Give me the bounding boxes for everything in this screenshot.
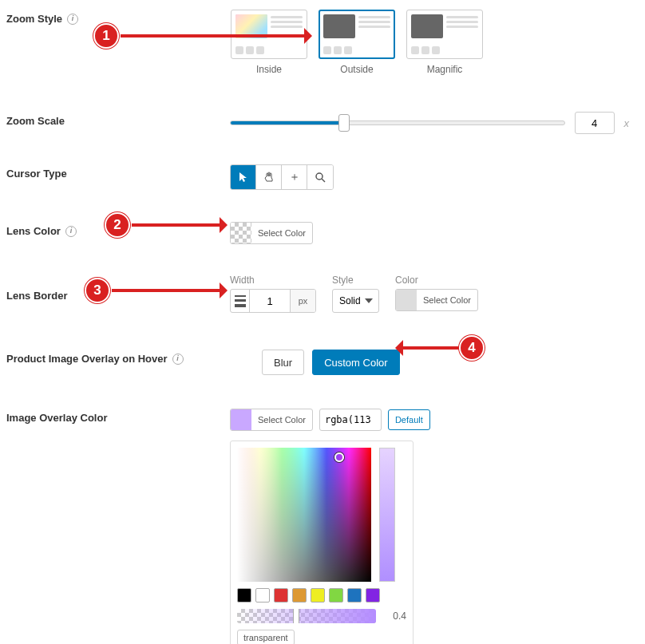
plus-icon: ＋ [289,170,300,184]
palette-swatch[interactable] [274,588,288,603]
palette-swatch[interactable] [329,588,343,603]
overlay-color-label: Image Overlay Color [6,409,230,424]
overlay-hover-blur[interactable]: Blur [262,350,304,375]
zoom-scale-unit: x [624,117,630,129]
annotation-arrow [400,346,459,350]
annotation-arrow [112,289,223,292]
zoom-scale-input[interactable] [575,112,615,134]
zoom-style-option-magnific[interactable] [406,10,483,59]
lens-border-style-select[interactable]: Solid [332,289,379,313]
hand-cursor-icon [263,172,275,183]
lens-border-color-caption: Color [395,275,478,286]
overlay-hover-label: Product Image Overlay on Hover i [6,350,230,365]
color-hue-bar[interactable] [379,448,395,582]
magnifier-icon [315,172,326,183]
cursor-type-group: ＋ [230,164,334,190]
zoom-style-label: Zoom Style i [6,10,230,25]
pointer-cursor-icon [239,172,248,183]
color-palette [237,588,406,603]
palette-swatch[interactable] [237,588,251,603]
zoom-scale-label: Zoom Scale [6,112,230,127]
svg-line-1 [322,179,325,182]
palette-swatch[interactable] [366,588,380,603]
zoom-style-caption: Magnific [427,64,463,75]
cursor-type-pointer[interactable] [231,165,256,189]
cursor-type-crosshair[interactable]: ＋ [282,165,307,189]
lens-border-width-input[interactable] [250,290,290,312]
overlay-color-default[interactable]: Default [388,409,430,430]
lens-border-width-unit: px [290,290,315,312]
info-icon[interactable]: i [67,14,78,25]
info-icon[interactable]: i [172,354,184,365]
palette-swatch[interactable] [347,588,362,603]
info-icon[interactable]: i [65,226,77,237]
lens-color-button[interactable]: Select Color [230,222,313,244]
color-swatch-icon [396,290,417,310]
svg-point-0 [316,173,322,180]
zoom-style-option-outside[interactable] [319,10,395,59]
lens-border-width-caption: Width [230,275,316,286]
zoom-style-caption: Outside [340,64,373,75]
alpha-value: 0.4 [382,610,406,622]
cursor-type-label: Cursor Type [6,164,230,180]
palette-swatch[interactable] [311,588,325,603]
zoom-style-caption: Inside [256,64,282,75]
lens-border-style-caption: Style [332,275,379,286]
palette-swatch[interactable] [292,588,307,603]
annotation-badge-3: 3 [85,278,110,303]
annotation-badge-2: 2 [105,212,130,238]
overlay-color-select[interactable]: Select Color [230,409,313,431]
annotation-badge-4: 4 [459,335,485,361]
lens-border-color-button[interactable]: Select Color [395,289,478,311]
palette-swatch[interactable] [255,588,270,603]
color-picker-panel: 0.4 transparent [230,441,414,644]
transparent-button[interactable]: transparent [237,630,295,644]
annotation-arrow [132,223,223,227]
overlay-color-input[interactable] [319,409,382,431]
cursor-type-zoom[interactable] [307,165,333,189]
zoom-scale-slider[interactable] [230,115,565,131]
color-sv-panel[interactable] [237,448,371,582]
alpha-slider[interactable] [237,609,376,623]
color-swatch-icon [231,409,251,430]
cursor-type-hand[interactable] [256,165,282,189]
annotation-badge-1: 1 [93,23,119,49]
annotation-arrow [121,34,307,38]
